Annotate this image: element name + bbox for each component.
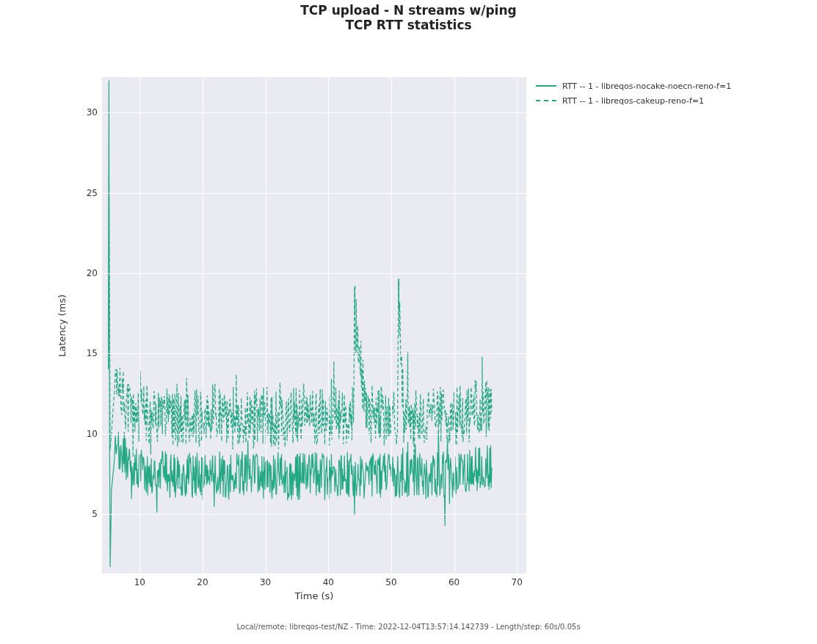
- title-line-2: TCP RTT statistics: [0, 18, 817, 32]
- grid-horizontal: [102, 112, 526, 113]
- y-tick-label: 10: [76, 429, 98, 439]
- x-tick-label: 30: [260, 577, 271, 587]
- grid-horizontal: [102, 514, 526, 515]
- y-tick-label: 15: [76, 348, 98, 358]
- x-tick-label: 40: [323, 577, 334, 587]
- y-axis-label-text: Latency (ms): [57, 294, 68, 356]
- series-line: [109, 80, 492, 567]
- legend-item-2: RTT -- 1 - libreqos-cakeup-reno-f=1: [536, 93, 731, 108]
- grid-vertical: [391, 77, 392, 574]
- y-tick-label: 20: [76, 268, 98, 278]
- legend-label-2: RTT -- 1 - libreqos-cakeup-reno-f=1: [562, 96, 704, 106]
- chart-lines: [102, 77, 526, 574]
- x-tick-label: 70: [512, 577, 523, 587]
- legend-label-1: RTT -- 1 - libreqos-nocake-noecn-reno-f=…: [562, 82, 731, 91]
- grid-vertical: [454, 77, 455, 574]
- y-tick-label: 25: [76, 188, 98, 198]
- x-tick-label: 20: [197, 577, 208, 587]
- title-line-1: TCP upload - N streams w/ping: [0, 3, 817, 18]
- x-tick-label: 50: [385, 577, 396, 587]
- plot-area: [102, 77, 526, 574]
- x-tick-label: 10: [134, 577, 145, 587]
- grid-horizontal: [102, 273, 526, 274]
- grid-horizontal: [102, 353, 526, 354]
- legend-swatch-dashed: [536, 100, 556, 101]
- y-tick-label: 30: [76, 107, 98, 117]
- grid-horizontal: [102, 434, 526, 435]
- x-tick-label: 60: [449, 577, 460, 587]
- x-axis-label: Time (s): [102, 590, 526, 601]
- chart-title: TCP upload - N streams w/ping TCP RTT st…: [0, 3, 817, 32]
- y-tick-label: 5: [76, 509, 98, 519]
- chart-footer: Local/remote: libreqos-test/NZ - Time: 2…: [0, 623, 817, 631]
- grid-vertical: [139, 77, 140, 574]
- legend: RTT -- 1 - libreqos-nocake-noecn-reno-f=…: [536, 79, 731, 108]
- grid-vertical: [328, 77, 329, 574]
- grid-vertical: [203, 77, 203, 574]
- series-line: [109, 177, 492, 487]
- grid-vertical: [517, 77, 518, 574]
- figure: TCP upload - N streams w/ping TCP RTT st…: [0, 0, 817, 644]
- y-axis-label: Latency (ms): [56, 77, 69, 574]
- grid-vertical: [266, 77, 266, 574]
- grid-horizontal: [102, 193, 526, 194]
- legend-item-1: RTT -- 1 - libreqos-nocake-noecn-reno-f=…: [536, 79, 731, 93]
- legend-swatch-solid: [536, 85, 556, 87]
